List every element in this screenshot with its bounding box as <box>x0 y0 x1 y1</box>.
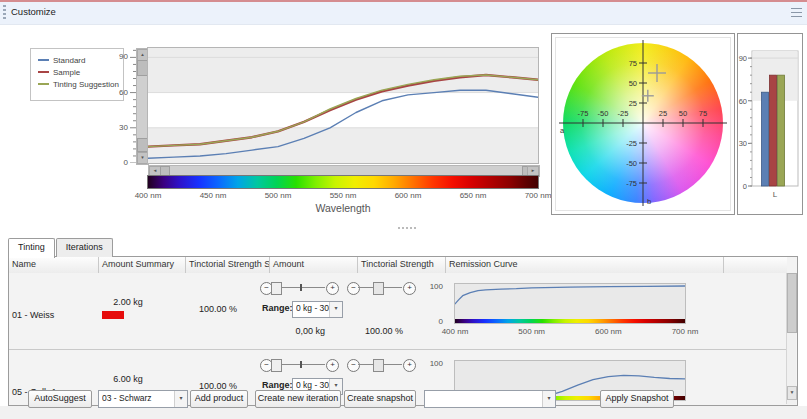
strength-value: 100.00 % <box>359 326 409 336</box>
tab-iterations[interactable]: Iterations <box>56 238 113 257</box>
amount-slider-track[interactable] <box>281 364 325 365</box>
x-tick-label: 550 nm <box>330 191 357 200</box>
svg-text:-25: -25 <box>618 109 629 118</box>
legend-line-swatch <box>38 71 49 73</box>
spectral-y-axis-labels: 0306090 <box>106 48 128 163</box>
column-header[interactable] <box>724 257 807 273</box>
autosuggest-button[interactable]: AutoSuggest <box>28 390 92 408</box>
x-tick-label: 500 nm <box>518 327 545 336</box>
svg-text:0: 0 <box>743 182 747 191</box>
decrease-strength-icon[interactable]: − <box>347 359 360 372</box>
strength-slider-thumb[interactable] <box>373 282 384 295</box>
amount-slider-track[interactable] <box>281 287 325 288</box>
table-row[interactable]: 01 - Weiss 2.00 kg 100.00 % − + Range: 0… <box>9 273 787 350</box>
decrease-strength-icon[interactable]: − <box>347 282 360 295</box>
x-tick-label: 600 nm <box>595 327 622 336</box>
x-tick-label: 400 nm <box>442 327 469 336</box>
x-tick-label: 700 nm <box>672 327 699 336</box>
amount-summary-value: 6.00 kg <box>103 374 153 384</box>
svg-text:L: L <box>773 190 778 199</box>
svg-text:-25: -25 <box>626 139 637 148</box>
scroll-right-icon[interactable]: ► <box>527 166 539 176</box>
menu-icon[interactable] <box>791 8 802 17</box>
column-header[interactable]: Name <box>9 257 99 273</box>
svg-text:50: 50 <box>629 79 637 88</box>
customize-toolbar: Customize <box>0 0 807 25</box>
x-tick-label: 450 nm <box>200 191 227 200</box>
x-tick-label: 400 nm <box>135 191 162 200</box>
amount-slider[interactable]: − + <box>258 358 338 371</box>
svg-text:-50: -50 <box>598 109 609 118</box>
svg-text:25: 25 <box>659 109 667 118</box>
wavelength-axis-title: Wavelength <box>148 202 538 214</box>
product-dropdown-value: 03 - Schwarz <box>102 391 174 407</box>
product-dropdown[interactable]: 03 - Schwarz ▾ <box>98 390 188 408</box>
column-header[interactable]: Tinctorial Strength Su... <box>186 257 270 273</box>
spectral-y-axis-ticks <box>129 48 136 163</box>
range-label: Range: <box>262 380 293 390</box>
toolbar-title: Customize <box>11 6 56 17</box>
chevron-down-icon[interactable]: ▾ <box>329 302 342 317</box>
apply-snapshot-button[interactable]: Apply Snapshot <box>600 390 674 408</box>
strength-slider[interactable]: − + <box>345 281 415 294</box>
y-tick-label: 60 <box>106 88 128 97</box>
toolbar-drag-grip[interactable] <box>3 5 6 19</box>
svg-text:-50: -50 <box>626 159 637 168</box>
svg-text:90: 90 <box>739 54 747 63</box>
legend-line-swatch <box>38 59 49 61</box>
table-header: NameAmount SummaryTinctorial Strength Su… <box>9 257 787 274</box>
snapshot-dropdown-value <box>428 391 542 407</box>
lightness-bar-chart: 0306090L <box>738 34 800 212</box>
column-header[interactable]: Amount <box>270 257 358 273</box>
increase-amount-icon[interactable]: + <box>326 359 339 372</box>
range-dropdown[interactable]: 0 kg - 300 l ▾ <box>292 301 343 318</box>
slider-lock-box[interactable] <box>271 359 282 372</box>
vertical-scroll-thumb-2[interactable] <box>137 138 148 152</box>
scroll-down-icon[interactable]: ▼ <box>137 152 148 164</box>
legend-label: Sample <box>53 68 80 77</box>
spectral-plot-area <box>148 48 538 163</box>
spectral-x-axis-labels: 400 nm450 nm500 nm550 nm600 nm650 nm700 … <box>148 191 538 201</box>
svg-text:-75: -75 <box>626 179 637 188</box>
snapshot-dropdown[interactable]: ▾ <box>424 390 556 408</box>
svg-text:a: a <box>560 126 565 135</box>
x-tick-label: 600 nm <box>395 191 422 200</box>
splitter-grip[interactable] <box>398 227 416 229</box>
increase-amount-icon[interactable]: + <box>326 282 339 295</box>
table-scrollbar[interactable]: ▼ <box>786 273 796 404</box>
svg-text:50: 50 <box>679 109 687 118</box>
chevron-down-icon[interactable]: ▾ <box>174 391 187 407</box>
table-scroll-down-icon[interactable]: ▼ <box>787 386 797 400</box>
amount-slider-thumb[interactable] <box>300 284 302 291</box>
x-tick-label: 650 nm <box>460 191 487 200</box>
chevron-down-icon[interactable]: ▾ <box>542 391 555 407</box>
range-label: Range: <box>262 303 293 313</box>
vertical-scroll-thumb[interactable] <box>137 60 148 76</box>
x-tick-label: 500 nm <box>265 191 292 200</box>
tab-tinting[interactable]: Tinting <box>8 238 55 258</box>
create-snapshot-button[interactable]: Create snapshot <box>344 390 416 408</box>
column-header[interactable]: Amount Summary <box>99 257 186 273</box>
amount-slider-thumb[interactable] <box>300 361 302 368</box>
column-header[interactable]: Tinctorial Strength <box>358 257 446 273</box>
legend-line-swatch <box>38 83 49 85</box>
y-tick-label: 30 <box>106 123 128 132</box>
svg-text:75: 75 <box>629 59 637 68</box>
amount-value: 0,00 kg <box>275 326 325 336</box>
remission-y-min-label: 0 <box>413 317 443 326</box>
amount-slider[interactable]: − + <box>258 281 338 294</box>
strength-slider-thumb[interactable] <box>373 359 384 372</box>
bottom-tabs: Tinting Iterations <box>8 238 113 257</box>
column-header[interactable]: Remission Curve <box>446 257 724 273</box>
strength-slider[interactable]: − + <box>345 358 415 371</box>
horizontal-scroll-thumb[interactable] <box>160 166 170 176</box>
create-new-iteration-button[interactable]: Create new iteration <box>255 390 341 408</box>
remission-curve-chart <box>455 284 685 323</box>
y-tick-label: 0 <box>106 158 128 167</box>
table-scroll-thumb[interactable] <box>787 273 797 333</box>
slider-lock-box[interactable] <box>271 282 282 295</box>
svg-text:60: 60 <box>739 97 747 106</box>
strength-summary-value: 100.00 % <box>193 304 243 314</box>
table-body: 01 - Weiss 2.00 kg 100.00 % − + Range: 0… <box>9 273 787 404</box>
add-product-button[interactable]: Add product <box>190 390 248 408</box>
